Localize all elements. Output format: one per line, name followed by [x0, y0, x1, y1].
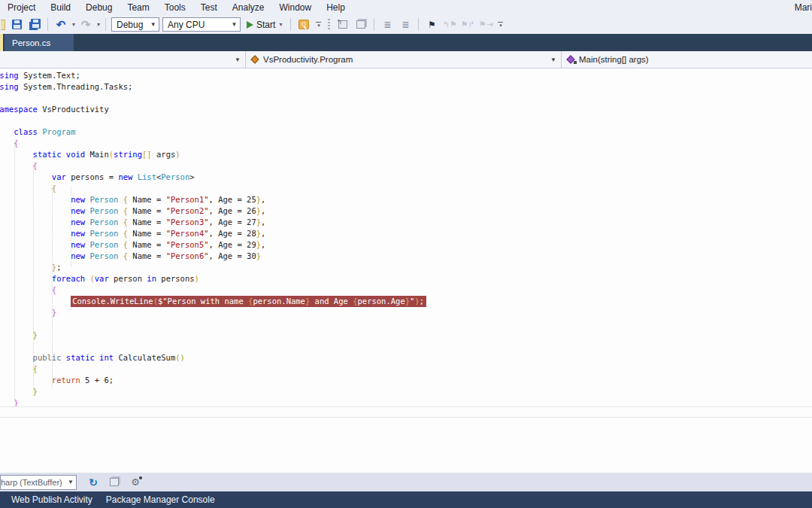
code-line[interactable]: { [0, 160, 807, 172]
solution-configuration-dropdown[interactable]: Debug ▼ [111, 17, 159, 32]
next-bookmark-folder-icon: ⚑⇥ [478, 17, 493, 32]
gear-icon[interactable]: ⚙ [128, 475, 143, 490]
toolbar-separator [47, 18, 48, 31]
menu-item-analyze[interactable]: Analyze [225, 1, 272, 14]
prev-bookmark-icon: ↰⚑ [442, 17, 457, 32]
code-line[interactable]: return 5 + 6; [0, 375, 807, 386]
start-debugging-button[interactable]: Start ▾ [244, 20, 285, 30]
redo-dropdown-arrow: ▾ [97, 21, 100, 28]
code-line[interactable]: { [0, 138, 807, 149]
clipped-tab-edge [0, 34, 3, 51]
toggle-bookmark-icon[interactable]: ⚑ [424, 17, 439, 32]
code-line[interactable]: new Person { Name = "Person3", Age = 27}… [0, 217, 807, 228]
quick-info-icon[interactable] [353, 17, 368, 32]
code-line[interactable]: new Person { Name = "Person2", Age = 26}… [0, 205, 807, 217]
status-item-web-publish-activity[interactable]: Web Publish Activity [6, 494, 98, 505]
toolbar-overflow-icon[interactable]: ▾ [498, 22, 503, 27]
new-item-icon[interactable] [0, 17, 6, 32]
code-line[interactable]: new Person { Name = "Person6", Age = 30} [0, 251, 807, 262]
code-editor[interactable]: sing System.Text; sing System.Threading.… [0, 68, 812, 406]
menu-item-build[interactable]: Build [43, 1, 78, 14]
code-line[interactable]: { [0, 183, 807, 194]
code-line[interactable]: class Program [0, 126, 807, 138]
solution-platform-dropdown[interactable]: Any CPU ▼ [162, 17, 241, 32]
buffer-type-dropdown[interactable]: harp (TextBuffer) ▼ [0, 475, 77, 490]
member-list-icon[interactable] [335, 17, 350, 32]
menu-item-debug[interactable]: Debug [78, 1, 120, 14]
code-line[interactable] [0, 318, 807, 330]
code-line[interactable]: Console.WriteLine($"Person with name {pe… [0, 296, 807, 307]
status-bar: Web Publish ActivityPackage Manager Cons… [0, 491, 812, 508]
toolbar-separator [290, 18, 291, 31]
code-line[interactable]: } [0, 307, 807, 318]
indent-icon[interactable]: ≣ [398, 17, 413, 32]
toolbar-separator [105, 18, 106, 31]
start-label: Start [256, 20, 275, 30]
unindent-icon[interactable]: ≣ [380, 17, 395, 32]
code-line[interactable]: } [0, 397, 807, 406]
code-line[interactable]: static void Main(string[] args) [0, 149, 807, 160]
code-line[interactable]: }; [0, 262, 807, 273]
refresh-icon[interactable]: ↻ [86, 475, 101, 490]
member-dropdown[interactable]: Main(string[] args) [562, 51, 812, 68]
code-line[interactable]: foreach (var person in persons) [0, 273, 807, 284]
bottom-pane-toolbar: harp (TextBuffer) ▼ ↻ ⚙ [0, 473, 812, 491]
standard-toolbar: ↶ ▾ ↷ ▾ Debug ▼ Any CPU ▼ Start ▾ ▾ ≣ ≣ … [0, 15, 812, 34]
code-line[interactable]: public static int CalculateSum() [0, 352, 807, 364]
navigation-bar: ▼ VsProductivity.Program ▼ Main(string[]… [0, 51, 812, 68]
code-line[interactable]: amespace VsProductivity [0, 104, 807, 115]
tab-label: Person.cs [12, 38, 50, 47]
menu-item-help[interactable]: Help [319, 1, 353, 14]
type-dropdown[interactable]: VsProductivity.Program ▼ [246, 51, 562, 68]
save-all-icon[interactable] [27, 17, 42, 32]
chevron-down-icon: ▼ [65, 479, 76, 485]
project-dropdown[interactable]: ▼ [0, 51, 246, 68]
document-tab-well: Person.cs [0, 34, 812, 51]
menu-item-window[interactable]: Window [272, 1, 320, 14]
code-line[interactable]: { [0, 364, 807, 375]
menu-item-project[interactable]: Project [0, 1, 43, 14]
configuration-value: Debug [112, 20, 147, 30]
code-line[interactable] [0, 93, 807, 104]
code-line[interactable]: { [0, 284, 807, 296]
chevron-down-icon: ▼ [229, 21, 240, 28]
toolbar-drag-handle[interactable] [328, 19, 330, 31]
code-line[interactable]: new Person { Name = "Person5", Age = 29}… [0, 239, 807, 251]
status-item-package-manager-console[interactable]: Package Manager Console [101, 494, 220, 505]
code-line[interactable] [0, 115, 807, 126]
next-bookmark-icon: ⚑↱ [460, 17, 475, 32]
menu-item-tools[interactable]: Tools [157, 1, 193, 14]
menu-bar: ProjectBuildDebugTeamToolsTestAnalyzeWin… [0, 0, 812, 15]
chevron-down-icon: ▼ [235, 56, 241, 63]
menu-bar-items: ProjectBuildDebugTeamToolsTestAnalyzeWin… [0, 1, 353, 14]
member-value: Main(string[] args) [579, 55, 649, 64]
redo-icon: ↷ [78, 17, 93, 32]
save-icon[interactable] [9, 17, 24, 32]
editor-bottom-border [0, 406, 812, 407]
class-icon [250, 55, 259, 63]
toolbar-overflow-icon[interactable]: ▾ [316, 22, 321, 27]
undo-icon[interactable]: ↶ [53, 17, 68, 32]
buffer-value: harp (TextBuffer) [1, 478, 65, 487]
find-in-files-icon[interactable] [296, 17, 311, 32]
code-lines: sing System.Text; sing System.Threading.… [0, 70, 807, 406]
menu-item-test[interactable]: Test [193, 1, 225, 14]
undo-dropdown-arrow[interactable]: ▾ [72, 21, 75, 28]
type-value: VsProductivity.Program [263, 55, 353, 64]
menu-item-team[interactable]: Team [120, 1, 156, 14]
code-line[interactable]: new Person { Name = "Person1", Age = 25}… [0, 194, 807, 205]
pane-splitter[interactable] [0, 417, 812, 418]
chevron-down-icon: ▼ [550, 56, 556, 63]
code-line[interactable] [0, 341, 807, 352]
code-line[interactable]: var persons = new List<Person> [0, 172, 807, 183]
code-line[interactable]: } [0, 330, 807, 341]
code-line[interactable]: sing System.Text; [0, 70, 807, 81]
code-line[interactable]: new Person { Name = "Person4", Age = 28}… [0, 228, 807, 239]
lock-icon [574, 61, 577, 64]
code-line[interactable]: sing System.Threading.Tasks; [0, 81, 807, 93]
code-line[interactable]: } [0, 386, 807, 397]
highlighted-statement[interactable]: Console.WriteLine($"Person with name {pe… [71, 296, 426, 307]
cascade-windows-icon[interactable] [107, 475, 122, 490]
tab-person-cs[interactable]: Person.cs [5, 34, 74, 51]
account-name[interactable]: Mari [795, 2, 812, 13]
